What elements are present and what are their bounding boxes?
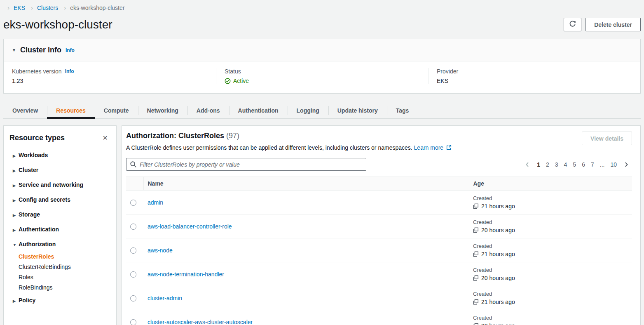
row-radio-button[interactable] [130,271,136,278]
learn-more-link[interactable]: Learn more [414,144,452,151]
clusterrole-name-link[interactable]: cluster-autoscaler-aws-cluster-autoscale… [148,319,253,325]
page-number-button[interactable]: 5 [570,160,579,170]
row-radio-button[interactable] [130,295,136,301]
collapse-arrow-icon[interactable]: ▼ [12,48,16,52]
page: EKS Clusters eks-workshop-cluster eks-wo… [0,0,644,325]
tab[interactable]: Overview [3,103,47,118]
tab[interactable]: Authentication [229,103,288,118]
copy-icon[interactable] [473,227,479,233]
tree-arrow-icon [13,152,16,158]
sidebar-item[interactable]: ClusterRoles [9,252,111,262]
tab[interactable]: Tags [387,103,418,118]
page-number-button[interactable]: 10 [607,160,620,170]
field-label-text: Provider [437,68,458,75]
sidebar-item[interactable]: Service and networking [9,177,111,192]
row-radio-button[interactable] [130,224,136,230]
field-label-text: Status [225,68,241,75]
table-row: aws-node Created 21 hours ago [126,238,632,262]
row-radio-button[interactable] [130,200,136,206]
sidebar-item[interactable]: RoleBindings [9,283,111,293]
breadcrumb-item[interactable]: Clusters [27,5,58,11]
copy-icon[interactable] [473,203,479,209]
chevron-right-icon[interactable] [621,160,632,169]
page-number-button[interactable]: 2 [543,160,552,170]
field-value: Active [225,78,420,84]
clusterrole-name-link[interactable]: cluster-admin [148,295,182,301]
page-number-button[interactable]: 1 [534,160,543,170]
page-number-button[interactable]: 4 [561,160,570,170]
age-cell: Created 21 hours ago [469,286,632,310]
header-actions: Delete cluster [564,18,641,31]
tab[interactable]: Compute [95,103,138,118]
filter-box [126,158,366,171]
name-cell: cluster-admin [143,286,469,310]
sidebar-item[interactable]: Cluster [9,162,111,177]
copy-icon[interactable] [473,299,479,305]
panel-head: Authorization: ClusterRoles (97) A Clust… [126,132,632,151]
copy-icon[interactable] [473,323,479,325]
row-radio-button[interactable] [130,247,136,254]
age-value: 20 hours ago [481,227,515,233]
sidebar-item[interactable]: Workloads [9,148,111,162]
sidebar-item[interactable]: Authentication [9,222,111,237]
created-label: Created [473,267,628,273]
row-radio-button[interactable] [130,319,136,325]
tab[interactable]: Resources [47,103,95,118]
sidebar-item-label: RoleBindings [19,284,53,291]
tree-arrow-icon [13,181,16,188]
sidebar-item-label: ClusterRoleBindings [19,264,71,270]
delete-cluster-button[interactable]: Delete cluster [585,18,641,31]
cluster-info-header[interactable]: ▼ Cluster info Info [4,39,640,61]
panel-head-left: Authorization: ClusterRoles (97) A Clust… [126,132,452,151]
clusterrole-name-link[interactable]: aws-load-balancer-controller-role [148,223,232,230]
page-title: eks-workshop-cluster [3,18,112,31]
field-label: Status [225,68,420,75]
age-cell: Created 20 hours ago [469,214,632,238]
sidebar-item-label: Authentication [19,226,59,233]
selection-cell [126,286,143,310]
age-column-header[interactable]: Age [469,177,632,191]
tab[interactable]: Logging [288,103,328,118]
table-header: Name Age [126,177,632,191]
created-label: Created [473,243,628,249]
pagination: 1 2 3 4 5 6 7 [522,160,632,170]
clusterroles-panel: Authorization: ClusterRoles (97) A Clust… [122,125,641,325]
clusterrole-name-link[interactable]: aws-node-termination-handler [148,271,224,278]
sidebar-item[interactable]: Authorization [9,237,111,252]
clusterrole-name-link[interactable]: admin [148,199,163,206]
chevron-left-icon[interactable] [522,160,533,169]
sidebar-item[interactable]: Policy [9,293,111,308]
close-icon[interactable]: ✕ [100,133,110,143]
sidebar-item-label: ClusterRoles [19,253,54,260]
page-number-button[interactable]: 6 [579,160,588,170]
name-cell: aws-load-balancer-controller-role [143,214,469,238]
field-info-link[interactable]: Info [65,68,74,74]
cluster-info-fields: Kubernetes version Info 1.23 Status [4,61,640,93]
cluster-info-info-link[interactable]: Info [66,47,75,53]
tab[interactable]: Add-ons [187,103,229,118]
clusterrole-name-link[interactable]: aws-node [148,247,173,254]
field-value: EKS [437,78,632,84]
sidebar-item[interactable]: Storage [9,207,111,222]
sidebar-item[interactable]: Config and secrets [9,192,111,207]
copy-icon[interactable] [473,275,479,281]
age-value: 21 hours ago [481,251,515,257]
tab[interactable]: Networking [138,103,187,118]
tab[interactable]: Update history [328,103,387,118]
field-label-text: Kubernetes version [12,68,62,75]
breadcrumb-item[interactable]: EKS [3,5,25,11]
page-number-button[interactable]: 3 [552,160,561,170]
copy-icon[interactable] [473,251,479,257]
name-cell: admin [143,191,469,214]
page-number-button[interactable]: 7 [588,160,597,170]
view-details-button[interactable]: View details [582,132,632,145]
table-row: aws-load-balancer-controller-role Create… [126,214,632,238]
table-body: admin Created 21 hours ago [126,191,632,325]
name-column-header[interactable]: Name [143,177,469,191]
filter-input[interactable] [126,158,366,171]
field-value-text: EKS [437,78,448,84]
refresh-button[interactable] [564,18,581,31]
sidebar-item[interactable]: Roles [9,272,111,283]
sidebar-item[interactable]: ClusterRoleBindings [9,262,111,272]
breadcrumb-item[interactable]: eks-workshop-cluster [60,5,124,11]
